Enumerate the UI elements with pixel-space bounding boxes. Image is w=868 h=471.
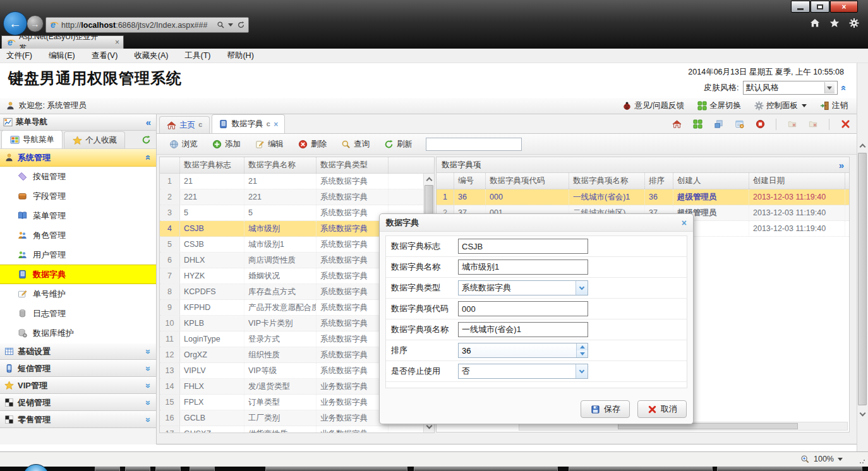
taskbar-button[interactable] [265, 467, 407, 471]
toolbar-button[interactable]: 浏览 [163, 137, 203, 152]
table-row[interactable]: 136000一线城市(省会)136超级管理员2013-12-03 11:19:4… [437, 189, 849, 205]
toolbar-button[interactable]: 刷新 [378, 137, 418, 152]
sidebar-item[interactable]: 角色管理 [0, 225, 156, 245]
sidebar-item[interactable]: 菜单管理 [0, 206, 156, 225]
header-link[interactable]: 意见/问题反馈 [622, 100, 684, 111]
scroll-up-icon[interactable] [424, 174, 434, 184]
column-header[interactable] [160, 157, 180, 173]
resize-grip[interactable] [859, 457, 866, 465]
favorites-star-icon[interactable] [829, 18, 840, 28]
browser-tab[interactable]: e Asp.Net(EasyUI)企业开发... × [1, 35, 124, 49]
accordion-section[interactable]: VIP管理» [0, 377, 156, 394]
collapse-sidebar-icon[interactable]: « [146, 117, 151, 128]
dialog-select[interactable]: 系统数据字典 [458, 280, 588, 295]
tab-close-icon[interactable]: × [274, 120, 278, 129]
toolbar-search-input[interactable] [426, 138, 522, 151]
table-row[interactable]: 17GHSXZ供货商性质业务数据字典 [160, 426, 434, 433]
dialog-input[interactable] [458, 322, 588, 337]
page-scrollbar[interactable] [857, 63, 868, 451]
expand-section-icon[interactable]: » [143, 383, 154, 388]
refresh-icon[interactable] [236, 20, 246, 30]
collapse-header-icon[interactable]: « [838, 85, 849, 90]
sidebar-item[interactable]: 按钮管理 [0, 167, 156, 186]
toolbar-button[interactable]: 编辑 [249, 137, 289, 152]
column-header[interactable]: 数据字典项代码 [486, 173, 569, 189]
taskbar-button[interactable] [125, 467, 150, 471]
taskbar-button[interactable] [155, 467, 181, 471]
taskbar-button[interactable] [717, 467, 862, 471]
column-header[interactable]: 数据字典项名称 [569, 173, 645, 189]
table-row[interactable]: 12121系统数据字典 [160, 174, 434, 189]
home-icon[interactable] [672, 119, 682, 129]
column-header[interactable]: 编号 [454, 173, 486, 189]
tab-refresh-icon[interactable]: c [198, 121, 203, 129]
taskbar-button[interactable] [569, 467, 713, 471]
column-header[interactable]: 数据字典类型 [316, 157, 389, 173]
column-header[interactable] [437, 173, 454, 189]
header-link[interactable]: 控制面板 [754, 100, 807, 111]
sidebar-tab[interactable]: 个人收藏 [64, 131, 125, 148]
menu-item[interactable]: 工具(T) [184, 51, 210, 61]
accordion-section[interactable]: 零售管理» [0, 411, 156, 428]
close-form-icon[interactable] [734, 119, 744, 129]
header-link[interactable]: 全屏切换 [697, 100, 741, 111]
expand-section-icon[interactable]: » [143, 349, 154, 354]
expand-section-icon[interactable]: » [143, 400, 154, 405]
menu-item[interactable]: 收藏夹(A) [134, 51, 168, 61]
toolbar-button[interactable]: 添加 [206, 137, 246, 152]
sidebar-item[interactable]: 用户管理 [0, 245, 156, 265]
menu-item[interactable]: 编辑(E) [49, 51, 75, 61]
dialog-input[interactable] [458, 259, 588, 275]
sidebar-item[interactable]: 数据库维护 [0, 323, 156, 343]
dialog-spinner-input[interactable] [459, 343, 576, 357]
collapse-section-icon[interactable]: « [143, 155, 154, 160]
folder-close-icon[interactable] [808, 119, 818, 129]
scroll-up-icon[interactable] [857, 140, 868, 151]
sidebar-tab[interactable]: 导航菜单 [1, 130, 63, 148]
menu-item[interactable]: 帮助(H) [227, 51, 253, 61]
expand-section-icon[interactable]: » [143, 366, 154, 371]
toolbar-button[interactable]: 查询 [335, 137, 375, 152]
settings-gear-icon[interactable] [849, 18, 859, 28]
column-header[interactable]: 数据字典名称 [244, 157, 316, 173]
taskbar-button[interactable] [190, 467, 215, 471]
scroll-down-icon[interactable] [857, 409, 868, 420]
accordion-section[interactable]: 促销管理» [0, 394, 156, 411]
stop-icon[interactable] [755, 119, 765, 129]
browser-forward-button[interactable]: → [27, 15, 44, 32]
spinner-down-icon[interactable] [577, 350, 588, 357]
window-maximize-button[interactable] [811, 1, 829, 13]
search-dropdown-icon[interactable] [228, 23, 233, 27]
header-link[interactable]: 注销 [819, 100, 848, 111]
sidebar-item[interactable]: 字段管理 [0, 186, 156, 206]
accordion-section[interactable]: 基础设置» [0, 343, 156, 360]
chevron-down-icon[interactable] [576, 281, 588, 295]
accordion-section-system[interactable]: 系统管理 « [0, 149, 156, 167]
chevron-down-icon[interactable] [576, 364, 588, 378]
tab-refresh-icon[interactable]: c [267, 121, 271, 128]
browser-back-button[interactable]: ← [3, 11, 27, 35]
spinner-up-icon[interactable] [577, 343, 588, 350]
accordion-section[interactable]: 短信管理» [0, 360, 156, 377]
table-row[interactable]: 2221221系统数据字典 [160, 189, 434, 205]
scrollbar-thumb[interactable] [858, 153, 867, 405]
expand-section-icon[interactable]: » [143, 417, 154, 422]
menu-item[interactable]: 文件(F) [6, 51, 32, 61]
menu-item[interactable]: 查看(V) [92, 51, 118, 61]
dialog-input[interactable] [458, 239, 588, 254]
tab-close-icon[interactable]: × [115, 38, 119, 47]
address-bar[interactable]: e http://localhost:6868/jtsv2/Index.aspx… [45, 17, 249, 33]
dialog-titlebar[interactable]: 数据字典 × [380, 214, 693, 232]
dialog-spinner[interactable] [458, 343, 588, 358]
tab-data-dictionary[interactable]: 数据字典 c × [212, 114, 286, 133]
sidebar-item[interactable]: 数据字典 [0, 265, 156, 284]
chevron-down-icon[interactable] [824, 82, 835, 93]
zoom-dropdown-icon[interactable] [838, 458, 843, 461]
fullscreen-icon[interactable] [692, 119, 702, 129]
refresh-icon[interactable] [141, 134, 151, 145]
taskbar-button[interactable] [95, 467, 120, 471]
skin-select[interactable]: 默认风格 [743, 81, 838, 95]
window-minimize-button[interactable] [791, 1, 810, 13]
cancel-button[interactable]: 取消 [637, 400, 687, 418]
save-button[interactable]: 保存 [581, 400, 630, 418]
